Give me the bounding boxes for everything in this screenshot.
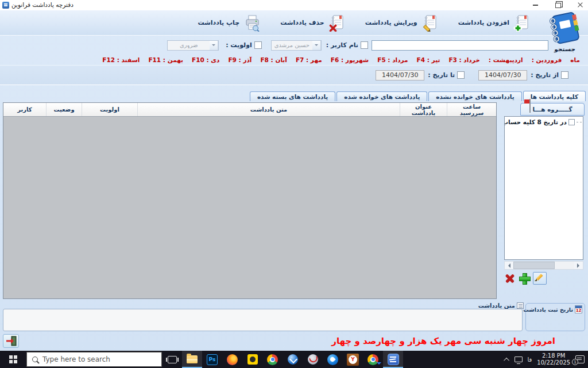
thunderbird-icon bbox=[327, 354, 338, 365]
month-farvardin[interactable]: فروردین : bbox=[532, 56, 562, 63]
edit-note-button[interactable]: ویرایش یادداشت bbox=[365, 14, 439, 32]
month-mordad[interactable]: مرداد : F5 bbox=[377, 56, 408, 63]
scrollbar-thumb[interactable] bbox=[513, 262, 555, 269]
app-notebook-icon bbox=[2, 2, 9, 9]
month-label: ماه bbox=[570, 56, 580, 63]
minimize-button[interactable] bbox=[526, 0, 544, 10]
column-note-text[interactable]: متن یادداشت bbox=[137, 103, 400, 116]
search-input[interactable] bbox=[372, 40, 548, 51]
task-view-button[interactable] bbox=[162, 351, 182, 368]
yandex-icon: Y bbox=[347, 354, 359, 366]
tray-chevron-up-icon[interactable] bbox=[504, 357, 509, 363]
month-dey[interactable]: دی : F10 bbox=[192, 56, 219, 63]
chrome-button[interactable] bbox=[262, 351, 283, 368]
network-icon[interactable] bbox=[514, 356, 523, 362]
media-player-button[interactable] bbox=[242, 351, 262, 368]
notification-center-icon[interactable]: 1 bbox=[575, 355, 585, 363]
from-date-field[interactable]: 1404/07/30 bbox=[478, 70, 527, 80]
start-button[interactable] bbox=[0, 351, 26, 368]
month-aban[interactable]: آبان : F8 bbox=[260, 56, 287, 63]
notes-table-header: ساعت سررسید عنوان یادداشت متن یادداشت او… bbox=[3, 103, 496, 117]
add-note-icon bbox=[513, 14, 531, 32]
taskbar: Type here to search Ps Y فا 2:18 PM 10/2… bbox=[0, 351, 588, 368]
from-date-checkbox[interactable] bbox=[561, 71, 568, 79]
firefox-icon bbox=[227, 354, 238, 365]
task-view-icon bbox=[168, 356, 177, 363]
delete-note-button[interactable]: حذف یادداشت bbox=[280, 14, 346, 32]
column-due-time[interactable]: ساعت سررسید bbox=[447, 103, 496, 116]
notebook-app-button[interactable] bbox=[383, 351, 403, 368]
notes-table: ساعت سررسید عنوان یادداشت متن یادداشت او… bbox=[3, 102, 497, 299]
tab-unread-notes[interactable]: یادداشت های خوانده نشده bbox=[428, 91, 521, 101]
thunderbird-button[interactable] bbox=[323, 351, 343, 368]
system-tray: فا 2:18 PM 10/22/2025 1 bbox=[505, 351, 588, 368]
folder-icon bbox=[187, 355, 198, 363]
column-user[interactable]: کاربر bbox=[3, 103, 46, 116]
username-checkbox[interactable] bbox=[361, 41, 368, 49]
firefox-button[interactable] bbox=[222, 351, 242, 368]
priority-combobox[interactable]: ضروری bbox=[167, 40, 219, 51]
month-shahrivar[interactable]: شهریور : F6 bbox=[331, 56, 369, 63]
notes-table-body[interactable] bbox=[3, 117, 496, 299]
month-ordibehesht[interactable]: اردیبهشت : bbox=[489, 56, 523, 63]
close-button[interactable] bbox=[571, 0, 588, 10]
add-group-button[interactable] bbox=[519, 273, 530, 284]
delete-note-icon bbox=[328, 14, 346, 32]
desktop: دفترچه یادداشت فرانوین افزودن یادداشت bbox=[0, 0, 588, 368]
yandex-browser-button[interactable]: Y bbox=[343, 351, 363, 368]
chevron-down-icon[interactable] bbox=[210, 41, 218, 50]
download-arrow-icon bbox=[377, 362, 381, 367]
from-date-label: از تاریخ : bbox=[531, 71, 559, 79]
print-note-button[interactable]: چاپ یادداشت bbox=[198, 14, 261, 32]
taskbar-search[interactable]: Type here to search bbox=[26, 352, 162, 367]
print-note-label: چاپ یادداشت bbox=[198, 19, 239, 26]
taskbar-clock[interactable]: 2:18 PM 10/22/2025 bbox=[537, 352, 570, 367]
download-manager-icon bbox=[288, 354, 298, 365]
month-azar[interactable]: آذر : F9 bbox=[228, 56, 252, 63]
scroll-left-arrow-icon[interactable] bbox=[505, 262, 513, 269]
groups-actions bbox=[504, 272, 583, 285]
priority-label: اولویت : bbox=[226, 41, 252, 49]
language-indicator[interactable]: فا bbox=[528, 356, 532, 363]
scroll-right-arrow-icon[interactable] bbox=[574, 262, 583, 269]
tree-item[interactable]: در تاریخ 8 کلیه حساب ها تصو bbox=[505, 117, 583, 125]
maximize-button[interactable] bbox=[549, 0, 567, 10]
memo-label-row: متن یادداشت bbox=[478, 302, 524, 309]
to-date-field[interactable]: 1404/07/30 bbox=[376, 70, 424, 80]
memo-label: متن یادداشت bbox=[478, 302, 515, 309]
dialer-app-button[interactable] bbox=[303, 351, 323, 368]
chevron-down-icon[interactable] bbox=[312, 41, 321, 50]
exit-button[interactable] bbox=[3, 334, 19, 348]
edit-group-button[interactable] bbox=[533, 272, 547, 285]
photoshop-button[interactable]: Ps bbox=[202, 351, 222, 368]
month-khordad[interactable]: خرداد : F3 bbox=[448, 56, 479, 63]
groups-panel-tab[interactable]: گـــــروه هـــا bbox=[520, 103, 585, 116]
column-priority[interactable]: اولویت bbox=[82, 103, 137, 116]
delete-note-label: حذف یادداشت bbox=[280, 19, 324, 26]
month-esfand[interactable]: اسفند : F12 bbox=[102, 56, 140, 63]
groups-horizontal-scrollbar[interactable] bbox=[504, 261, 583, 270]
add-note-button[interactable]: افزودن یادداشت bbox=[458, 14, 531, 32]
to-date-checkbox[interactable] bbox=[457, 71, 465, 79]
download-manager-button[interactable] bbox=[283, 351, 303, 368]
username-combobox[interactable]: حسین مرشدی bbox=[271, 40, 322, 51]
month-tir[interactable]: تیر : F4 bbox=[417, 56, 440, 63]
tab-read-notes[interactable]: یادداشت های خوانده شده bbox=[336, 91, 427, 101]
tab-closed-notes[interactable]: یادداشت های بسته شده bbox=[250, 91, 335, 101]
tree-item-label: در تاریخ 8 کلیه حساب ها تصو bbox=[504, 118, 567, 125]
column-status[interactable]: وضعیت bbox=[46, 103, 82, 116]
chrome-downloader-button[interactable] bbox=[363, 351, 383, 368]
delete-group-button[interactable] bbox=[504, 273, 516, 284]
priority-checkbox[interactable] bbox=[254, 41, 262, 49]
column-note-title[interactable]: عنوان یادداشت bbox=[400, 103, 447, 116]
to-date-label: تا تاریخ : bbox=[428, 71, 455, 79]
pencil-icon bbox=[536, 274, 544, 282]
file-explorer-button[interactable] bbox=[182, 351, 202, 368]
month-mehr[interactable]: مهر : F7 bbox=[296, 56, 322, 63]
tab-all-notes[interactable]: کلیه یادداشت ها bbox=[523, 91, 586, 101]
notification-badge: 1 bbox=[572, 359, 578, 365]
memo-textarea[interactable] bbox=[3, 309, 523, 331]
month-bahman[interactable]: بهمن : F11 bbox=[148, 56, 183, 63]
groups-tree[interactable]: در تاریخ 8 کلیه حساب ها تصو bbox=[504, 116, 583, 260]
tree-item-checkbox[interactable] bbox=[568, 119, 575, 125]
